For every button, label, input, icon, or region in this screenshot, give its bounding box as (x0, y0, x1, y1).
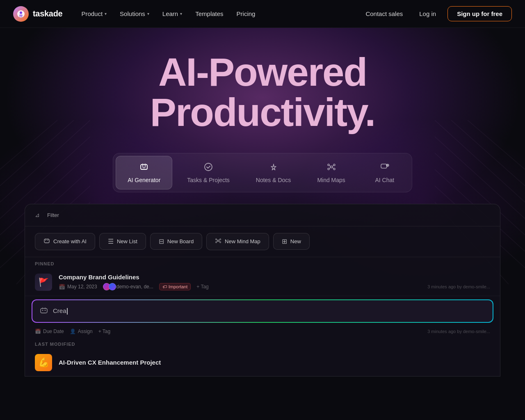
last-project-row[interactable]: 💪 AI-Driven CX Enhancement Project (25, 349, 500, 376)
filter-button[interactable]: Filter (43, 210, 63, 220)
project-name: Company Brand Guidelines (59, 274, 490, 281)
tab-tasks-projects[interactable]: Tasks & Projects (176, 156, 241, 189)
new-button[interactable]: ⊞ New (273, 233, 310, 250)
create-with-ai-button[interactable]: Create with AI (35, 233, 95, 250)
add-tag-button[interactable]: + Tag (196, 284, 208, 290)
tag-icon: 🏷 (162, 284, 167, 289)
pinned-section-label: PINNED (25, 257, 500, 269)
tab-notes-label: Notes & Docs (256, 177, 291, 183)
assign-meta[interactable]: 👤 Assign (70, 329, 93, 334)
pinned-project-row[interactable]: 🚩 Company Brand Guidelines 📅 May 12, 202… (25, 269, 500, 296)
tasks-icon (203, 162, 213, 173)
nav-item-templates[interactable]: Templates (189, 7, 229, 21)
ai-icon (43, 237, 50, 246)
ai-input-container[interactable]: Crea (32, 299, 493, 323)
hero-title-line1: AI-Powered (0, 52, 525, 92)
nav-right: Contact sales Log in Sign up for free (361, 6, 512, 21)
project-date: 📅 May 12, 2023 (59, 284, 97, 290)
svg-rect-54 (41, 308, 47, 313)
svg-line-53 (219, 241, 220, 242)
svg-point-30 (328, 168, 329, 170)
nav-item-solutions[interactable]: Solutions ▾ (114, 7, 155, 21)
feature-tabs: AI Generator Tasks & Projects Notes & Do… (113, 153, 412, 192)
ai-input-inner: Crea (32, 300, 493, 322)
svg-point-48 (216, 242, 217, 243)
tab-ai-generator[interactable]: AI Generator (116, 156, 172, 189)
tab-mind-maps[interactable]: Mind Maps (306, 156, 356, 189)
svg-point-31 (333, 168, 335, 170)
navbar: taskade Product ▾ Solutions ▾ Learn ▾ Te… (0, 0, 525, 28)
ai-input-text: Crea (53, 307, 68, 315)
svg-point-47 (220, 239, 221, 240)
svg-point-45 (217, 240, 219, 242)
svg-point-29 (333, 164, 335, 166)
svg-point-55 (42, 310, 43, 311)
logo[interactable]: taskade (13, 6, 62, 22)
avatar-2 (109, 283, 116, 290)
contact-sales-link[interactable]: Contact sales (361, 7, 408, 21)
nav-item-pricing[interactable]: Pricing (231, 7, 261, 21)
svg-point-26 (205, 163, 212, 171)
hero-title-line2: Productivity. (0, 92, 525, 133)
due-date-meta[interactable]: 📅 Due Date (35, 329, 64, 334)
svg-point-46 (216, 239, 217, 240)
svg-point-23 (145, 165, 146, 167)
tab-tasks-label: Tasks & Projects (187, 177, 229, 183)
last-modified-section-label: LAST MODIFIED (25, 338, 500, 349)
hero-section: AI-Powered Productivity. AI Generator (0, 28, 525, 377)
svg-point-22 (142, 165, 144, 167)
logo-icon (13, 6, 29, 22)
ai-chat-icon (380, 162, 390, 173)
filter-bar: ⊿ Filter (25, 204, 500, 226)
actions-row: Create with AI ☰ New List ⊟ New Board (25, 226, 500, 257)
calendar-icon: 📅 (59, 284, 65, 290)
important-tag: 🏷 Important (159, 283, 191, 290)
ai-meta-row: 📅 Due Date 👤 Assign + Tag 3 minutes ago … (25, 326, 500, 334)
filter-icon: ⊿ (35, 212, 40, 218)
ai-time-ago: 3 minutes ago by demo-smile... (427, 329, 490, 334)
svg-rect-21 (141, 164, 147, 169)
new-mind-map-button[interactable]: New Mind Map (206, 233, 269, 250)
tab-ai-generator-label: AI Generator (128, 177, 160, 183)
svg-point-27 (330, 166, 332, 168)
project-flag-icon: 🚩 (39, 277, 49, 287)
assign-icon: 👤 (70, 329, 76, 334)
login-link[interactable]: Log in (414, 7, 441, 21)
calendar-meta-icon: 📅 (35, 329, 41, 334)
svg-rect-4 (21, 16, 22, 17)
svg-point-42 (48, 240, 48, 241)
svg-point-41 (46, 240, 46, 241)
ai-robot-icon (40, 306, 48, 316)
nav-item-learn[interactable]: Learn ▾ (157, 7, 188, 21)
list-icon: ☰ (108, 237, 114, 245)
new-list-button[interactable]: ☰ New List (99, 233, 146, 250)
mind-map-icon (215, 237, 221, 246)
dashboard-preview: ⊿ Filter Create with AI ☰ Ne (25, 204, 500, 377)
tab-notes-docs[interactable]: Notes & Docs (244, 156, 303, 189)
svg-point-37 (386, 164, 389, 167)
svg-line-34 (329, 167, 331, 168)
svg-line-35 (332, 167, 333, 168)
svg-line-32 (329, 165, 331, 166)
nav-links: Product ▾ Solutions ▾ Learn ▾ Templates … (75, 7, 361, 21)
nav-item-product[interactable]: Product ▾ (75, 7, 112, 21)
time-ago-label: 3 minutes ago by demo-smile... (427, 284, 490, 289)
svg-line-50 (217, 240, 217, 240)
tab-mind-maps-label: Mind Maps (317, 177, 345, 183)
tab-ai-chat-label: AI Chat (375, 177, 394, 183)
strength-icon: 💪 (38, 357, 49, 368)
svg-line-33 (332, 165, 333, 166)
new-icon: ⊞ (282, 237, 287, 245)
notes-icon (269, 162, 278, 173)
svg-point-1 (20, 11, 22, 14)
signup-button[interactable]: Sign up for free (447, 6, 512, 21)
chevron-down-icon: ▾ (105, 11, 107, 16)
tab-ai-chat[interactable]: AI Chat (360, 156, 409, 189)
new-board-button[interactable]: ⊟ New Board (150, 233, 202, 250)
board-icon: ⊟ (159, 237, 164, 245)
svg-point-56 (45, 310, 46, 311)
add-tag-meta[interactable]: + Tag (98, 329, 110, 334)
svg-rect-2 (19, 15, 23, 16)
svg-rect-3 (20, 16, 21, 17)
hero-content: AI-Powered Productivity. (0, 52, 525, 133)
